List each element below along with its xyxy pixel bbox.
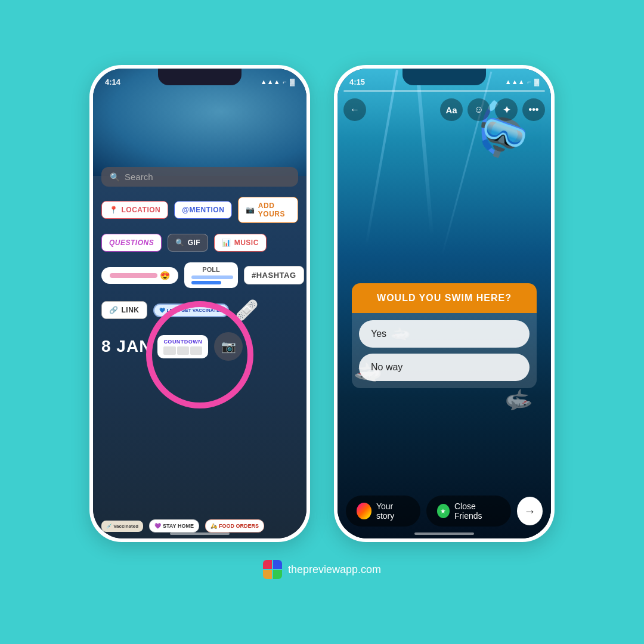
camera-icon: 📷 bbox=[221, 339, 236, 354]
your-story-label: Your story bbox=[376, 501, 410, 521]
poll-option-no[interactable]: No way bbox=[359, 354, 530, 381]
link-sticker[interactable]: 🔗 LINK bbox=[101, 301, 147, 319]
phone1-inner: 4:14 ▲▲▲ ⌐ ▓ 🔍 Search bbox=[93, 69, 306, 538]
search-bar[interactable]: 🔍 Search bbox=[101, 167, 298, 187]
emoji-slider-emoji: 😍 bbox=[160, 271, 170, 280]
poll-option-yes[interactable]: Yes bbox=[359, 320, 530, 348]
mention-label: @MENTION bbox=[182, 206, 224, 214]
your-story-avatar bbox=[357, 503, 371, 519]
countdown-grid bbox=[163, 346, 202, 355]
stay-home-label: STAY HOME bbox=[163, 523, 194, 529]
phone1-frame: 4:14 ▲▲▲ ⌐ ▓ 🔍 Search bbox=[89, 65, 310, 542]
logo-q4 bbox=[273, 570, 282, 579]
notch-1 bbox=[158, 69, 242, 85]
camera-button[interactable]: 📷 bbox=[214, 332, 243, 361]
poll-options: Yes No way bbox=[352, 313, 537, 388]
face-icon: ☺ bbox=[474, 104, 484, 115]
logo-q2 bbox=[273, 560, 282, 569]
sparkle-icon: ✦ bbox=[503, 104, 510, 116]
close-friends-icon: ★ bbox=[437, 504, 450, 518]
brand-logo bbox=[263, 560, 282, 579]
date-sticker[interactable]: 8 JAN bbox=[101, 337, 151, 356]
mention-sticker[interactable]: @MENTION bbox=[174, 201, 232, 219]
search-icon: 🔍 bbox=[110, 172, 120, 182]
more-button[interactable]: ••• bbox=[522, 98, 545, 121]
logo-q3 bbox=[263, 570, 272, 579]
home-indicator-1 bbox=[170, 532, 230, 535]
emoji-slider-sticker[interactable]: 😍 bbox=[101, 267, 178, 284]
questions-sticker[interactable]: QUESTIONS bbox=[101, 234, 162, 252]
addyours-sticker[interactable]: 📷 ADD YOURS bbox=[238, 197, 298, 223]
yes-label: Yes bbox=[371, 329, 386, 339]
your-story-button[interactable]: Your story bbox=[346, 496, 420, 527]
countdown-sticker[interactable]: COUNTDOWN bbox=[157, 335, 208, 358]
shark-3: 🦈 bbox=[504, 388, 532, 411]
poll-bar-2 bbox=[191, 281, 221, 284]
food-orders-sticker[interactable]: 🛵 FOOD ORDERS bbox=[205, 519, 264, 532]
sticker-row-3: 😍 POLL #HASHTAG bbox=[101, 262, 298, 288]
sticker-row-5: 8 JAN COUNTDOWN 📷 bbox=[101, 332, 298, 361]
signal-icon: ▲▲▲ bbox=[261, 78, 280, 85]
vacc-label: LET'S GET VACCINATED bbox=[167, 308, 224, 313]
questions-label: QUESTIONS bbox=[109, 239, 154, 247]
vaccinated-sticker[interactable]: 💙 LET'S GET VACCINATED bbox=[153, 304, 230, 317]
location-sticker[interactable]: 📍 LOCATION bbox=[101, 201, 168, 219]
toolbar-right-buttons: Aa ☺ ✦ ••• bbox=[440, 98, 545, 121]
story-progress bbox=[343, 90, 545, 92]
gif-label: GIF bbox=[188, 239, 201, 247]
time-2: 4:15 bbox=[349, 78, 365, 86]
food-icon: 🛵 bbox=[210, 523, 217, 529]
phone2-frame: 🤿 🦈 🦈 🦈 4:15 ▲▲▲ ⌐ ▓ bbox=[334, 65, 555, 542]
poll-sticker[interactable]: POLL bbox=[184, 262, 238, 288]
countdown-cell-2 bbox=[177, 346, 189, 355]
vacc-card-sticker[interactable]: 💉 Vaccinated bbox=[101, 521, 143, 532]
sticker-row-2: QUESTIONS 🔍 GIF 📊 MUSIC bbox=[101, 234, 298, 252]
link-label: LINK bbox=[122, 306, 140, 314]
back-button[interactable]: ← bbox=[343, 98, 366, 121]
bottom-stickers-row: 💉 Vaccinated 💜 STAY HOME 🛵 FOOD ORDERS bbox=[101, 519, 298, 538]
gif-icon: 🔍 bbox=[175, 239, 185, 247]
link-icon: 🔗 bbox=[109, 306, 119, 314]
signal-icon-2: ▲▲▲ bbox=[505, 78, 525, 85]
heart-icon-2: 💜 bbox=[154, 523, 161, 529]
text-btn-label: Aa bbox=[445, 105, 457, 115]
sticker-row-4: 🔗 LINK 💙 LET'S GET VACCINATED 🩹 bbox=[101, 299, 298, 321]
music-sticker[interactable]: 📊 MUSIC bbox=[214, 234, 267, 252]
sparkle-button[interactable]: ✦ bbox=[495, 98, 518, 121]
share-button[interactable]: → bbox=[517, 497, 543, 525]
food-orders-label: FOOD ORDERS bbox=[219, 523, 259, 529]
poll-label: POLL bbox=[191, 266, 231, 273]
logo-q1 bbox=[263, 560, 272, 569]
countdown-cell-3 bbox=[190, 346, 202, 355]
stay-home-sticker[interactable]: 💜 STAY HOME bbox=[149, 519, 199, 532]
poll-card: WOULD YOU SWIM HERE? Yes No way bbox=[352, 283, 537, 388]
story-toolbar: ← Aa ☺ ✦ ••• bbox=[343, 98, 545, 121]
hashtag-label: #HASHTAG bbox=[252, 271, 296, 280]
location-label: LOCATION bbox=[122, 206, 161, 214]
wifi-icon: ⌐ bbox=[283, 78, 287, 85]
battery-icon-2: ▓ bbox=[534, 78, 539, 85]
bandage-sticker[interactable]: 🩹 bbox=[235, 299, 259, 321]
hashtag-sticker[interactable]: #HASHTAG bbox=[244, 266, 304, 284]
branding: thepreviewapp.com bbox=[263, 560, 381, 579]
home-indicator-2 bbox=[414, 532, 474, 535]
location-icon: 📍 bbox=[109, 206, 119, 214]
back-icon: ← bbox=[350, 104, 360, 115]
gif-sticker[interactable]: 🔍 GIF bbox=[168, 234, 208, 252]
more-icon: ••• bbox=[529, 104, 539, 115]
light-ray-1 bbox=[365, 70, 398, 246]
countdown-label: COUNTDOWN bbox=[163, 339, 202, 345]
battery-icon: ▓ bbox=[290, 78, 295, 85]
music-icon: 📊 bbox=[222, 239, 231, 247]
face-button[interactable]: ☺ bbox=[467, 98, 490, 121]
close-friends-button[interactable]: ★ Close Friends bbox=[426, 496, 511, 527]
close-friends-label: Close Friends bbox=[454, 501, 500, 521]
sticker-row-1: 📍 LOCATION @MENTION 📷 ADD YOURS bbox=[101, 197, 298, 223]
time-1: 4:14 bbox=[105, 78, 120, 86]
poll-bars bbox=[191, 275, 231, 284]
text-button[interactable]: Aa bbox=[440, 98, 463, 121]
heart-icon: 💙 bbox=[159, 308, 165, 313]
addyours-icon: 📷 bbox=[246, 206, 255, 214]
countdown-cell-1 bbox=[163, 346, 175, 355]
phone2-inner: 🤿 🦈 🦈 🦈 4:15 ▲▲▲ ⌐ ▓ bbox=[338, 69, 551, 538]
